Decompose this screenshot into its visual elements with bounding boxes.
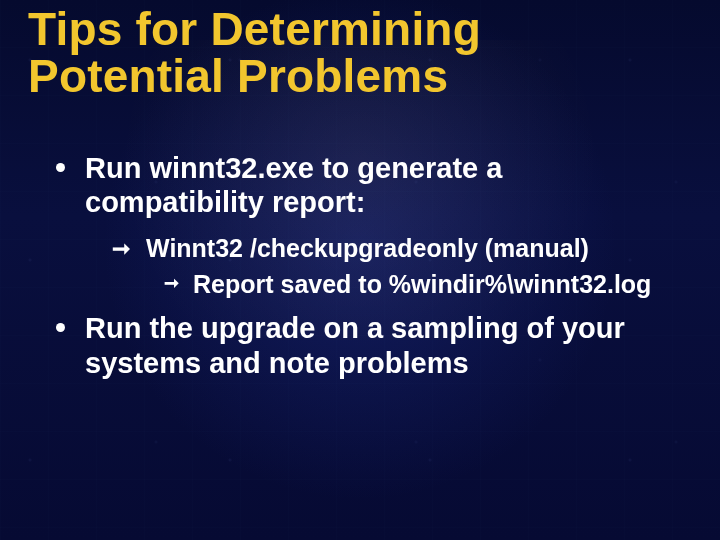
list-item-text: Report saved to %windir%\winnt32.log [193,269,680,299]
slide-body: Run winnt32.exe to generate a compatibil… [56,145,680,394]
list-item: Run winnt32.exe to generate a compatibil… [56,151,680,219]
disc-bullet-icon [56,163,65,172]
list-item-text: Run winnt32.exe to generate a compatibil… [85,151,680,219]
slide-title: Tips for Determining Potential Problems [28,6,680,100]
slide: Tips for Determining Potential Problems … [0,0,720,540]
chevron-right-icon: ➞ [164,273,179,299]
list-item-text: Run the upgrade on a sampling of your sy… [85,311,680,379]
list-item: ➞ Report saved to %windir%\winnt32.log [164,269,680,299]
list-item: ➞ Winnt32 /checkupgradeonly (manual) [112,233,680,263]
chevron-right-icon: ➞ [112,236,130,263]
list-item-text: Winnt32 /checkupgradeonly (manual) [146,233,680,263]
disc-bullet-icon [56,323,65,332]
list-item: Run the upgrade on a sampling of your sy… [56,311,680,379]
